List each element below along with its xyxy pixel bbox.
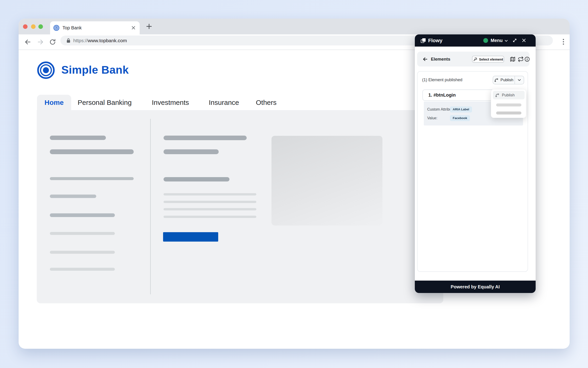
skeleton-bar xyxy=(164,201,256,203)
publish-icon xyxy=(494,78,499,82)
page-title: Simple Bank xyxy=(61,64,129,76)
back-arrow-icon[interactable] xyxy=(422,56,428,63)
flowy-menu-button[interactable]: Menu xyxy=(491,34,502,46)
skeleton-bar xyxy=(164,193,256,195)
new-tab-button[interactable] xyxy=(145,22,153,31)
browser-tab[interactable]: Top Bank xyxy=(50,21,140,34)
skeleton-bar xyxy=(50,213,115,217)
skeleton-bar xyxy=(50,268,115,271)
forward-button[interactable] xyxy=(37,38,44,46)
simple-bank-logo-icon xyxy=(37,62,55,79)
select-element-label: Select element xyxy=(479,57,503,61)
select-element-button[interactable]: Select element xyxy=(472,56,504,63)
tab-favicon-icon xyxy=(53,25,59,32)
flowy-footer: Powered by Equally AI xyxy=(415,281,536,293)
map-icon[interactable] xyxy=(510,56,516,63)
skeleton-bar xyxy=(164,149,219,154)
nav-tab-others[interactable]: Others xyxy=(256,95,277,110)
value-badge: Facebook xyxy=(450,115,470,121)
flowy-header: Flowy Menu xyxy=(415,34,536,46)
skeleton-bar xyxy=(164,208,256,210)
browser-tab-strip: Top Bank xyxy=(19,18,570,34)
url-text: https://www.topbank.com xyxy=(73,36,127,46)
traffic-light-zoom-icon[interactable] xyxy=(38,24,43,29)
flowy-logo-icon xyxy=(420,38,426,45)
tab-close-icon[interactable] xyxy=(131,25,136,31)
publish-dropdown-toggle[interactable] xyxy=(515,76,524,84)
nav-tab-personal-banking[interactable]: Personal Banking xyxy=(78,95,132,110)
back-button[interactable] xyxy=(24,38,31,46)
login-cta-button[interactable] xyxy=(163,232,218,242)
chevron-down-icon[interactable] xyxy=(504,38,509,44)
skeleton-bar xyxy=(164,136,247,140)
select-element-icon xyxy=(473,57,477,62)
nav-tab-home[interactable]: Home xyxy=(37,95,71,110)
element-item-label: 1. #btnLogin xyxy=(428,92,456,98)
expand-icon[interactable] xyxy=(512,38,517,44)
status-dot-icon xyxy=(483,38,488,43)
elements-title: Elements xyxy=(431,52,450,66)
skeleton-bar xyxy=(50,177,134,180)
skeleton-bar xyxy=(50,136,106,140)
skeleton-bar xyxy=(496,111,521,114)
published-status: (1) Element published xyxy=(422,78,462,82)
published-elements-card: (1) Element published Publish 1. #btnLog… xyxy=(417,71,528,272)
elements-toolbar: Elements Select element xyxy=(417,52,530,66)
flowy-extension-panel: Flowy Menu Elements xyxy=(415,34,536,293)
reload-button[interactable] xyxy=(49,38,56,46)
value-label: Value: xyxy=(427,115,437,121)
url-host: www.topbank.com xyxy=(88,38,127,43)
url-scheme: https:// xyxy=(73,38,88,43)
publish-button[interactable]: Publish xyxy=(493,76,514,84)
image-placeholder xyxy=(271,136,382,226)
flowy-title: Flowy xyxy=(428,34,442,46)
tab-title: Top Bank xyxy=(62,21,82,34)
skeleton-bar xyxy=(50,149,134,154)
nav-tab-insurance[interactable]: Insurance xyxy=(209,95,239,110)
dropdown-publish-item[interactable]: Publish xyxy=(493,91,525,99)
dropdown-publish-label: Publish xyxy=(502,93,515,98)
custom-attribute-value-badge: ARIA Label xyxy=(450,106,472,112)
chevron-down-icon xyxy=(517,78,522,82)
publish-split-button[interactable]: Publish xyxy=(493,76,524,84)
skeleton-bar xyxy=(164,216,256,218)
traffic-light-minimize-icon[interactable] xyxy=(31,24,36,29)
publish-icon xyxy=(495,93,500,98)
skeleton-bar xyxy=(50,232,115,235)
nav-tab-investments[interactable]: Investments xyxy=(152,95,189,110)
lock-icon xyxy=(66,38,71,44)
page-content-panel xyxy=(37,110,443,303)
repeat-icon[interactable] xyxy=(518,56,524,63)
skeleton-bar xyxy=(496,103,521,106)
skeleton-bar xyxy=(164,177,230,182)
skeleton-bar xyxy=(50,251,115,254)
column-divider xyxy=(150,119,151,294)
close-icon[interactable] xyxy=(521,38,526,44)
skeleton-bar xyxy=(50,194,96,198)
publish-dropdown-menu: Publish xyxy=(491,89,526,118)
publish-button-label: Publish xyxy=(501,78,513,82)
browser-menu-icon[interactable] xyxy=(559,37,568,47)
info-icon[interactable] xyxy=(524,56,530,63)
traffic-light-close-icon[interactable] xyxy=(23,24,28,29)
